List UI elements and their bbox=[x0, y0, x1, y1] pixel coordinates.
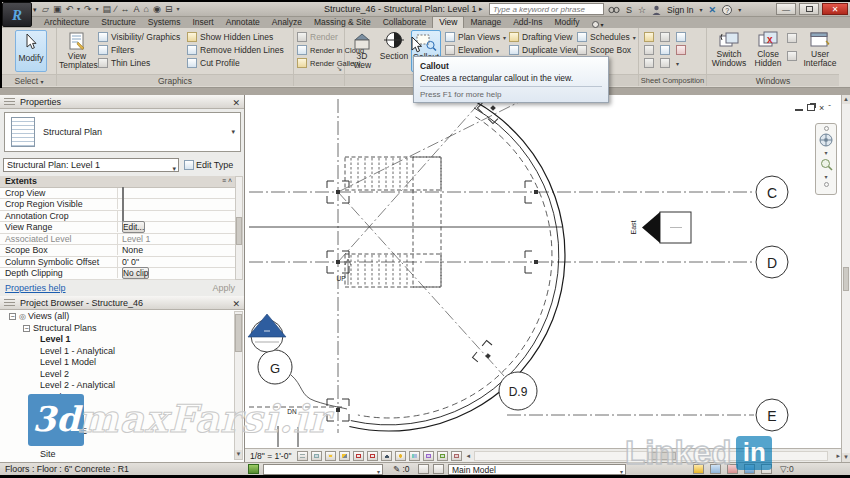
properties-scrollbar[interactable] bbox=[235, 176, 243, 280]
reveal-hidden-icon[interactable] bbox=[395, 451, 406, 461]
view-range-edit-button[interactable]: Edit... bbox=[122, 221, 145, 233]
editing-requests[interactable]: ✎ :0 bbox=[393, 464, 410, 474]
worksets-icon[interactable] bbox=[248, 464, 259, 474]
save-icon[interactable]: ▣ bbox=[53, 3, 62, 16]
tab-view[interactable]: View bbox=[432, 16, 464, 28]
minimize-button[interactable]: — bbox=[776, 3, 796, 15]
visibility-graphics-button[interactable]: Visibility/ Graphics bbox=[98, 31, 180, 43]
qat-customize-icon[interactable]: ▾ bbox=[176, 3, 179, 16]
tab-manage[interactable]: Manage bbox=[464, 17, 507, 28]
cut-profile-button[interactable]: Cut Profile bbox=[187, 57, 240, 69]
new-sheet-icon[interactable] bbox=[644, 32, 654, 42]
redo-icon[interactable]: ↷ bbox=[84, 3, 92, 16]
zoom-icon[interactable] bbox=[820, 158, 833, 171]
view-close-icon[interactable]: × bbox=[819, 104, 824, 112]
wheel-caret-icon[interactable]: ▾ bbox=[824, 149, 827, 156]
tree-item-structural-plans[interactable]: − Structural Plans bbox=[0, 323, 232, 335]
detail-level-icon[interactable] bbox=[297, 451, 308, 461]
tab-architecture[interactable]: Architecture bbox=[38, 17, 95, 28]
edit-type-button[interactable]: Edit Type bbox=[184, 158, 241, 172]
app-menu-caret-icon[interactable]: ▾ bbox=[33, 6, 37, 14]
visual-style-icon[interactable] bbox=[311, 451, 322, 461]
revisions-icon[interactable] bbox=[676, 32, 686, 42]
crop-view-icon[interactable] bbox=[353, 451, 364, 461]
tab-annotate[interactable]: Annotate bbox=[220, 17, 266, 28]
redo-caret-icon[interactable]: ▾ bbox=[96, 3, 99, 16]
vertical-scrollbar[interactable]: ▲ ▼ bbox=[841, 95, 850, 462]
hscroll-right-icon[interactable]: ▸ bbox=[836, 452, 840, 460]
steering-wheel-icon[interactable] bbox=[819, 133, 833, 147]
temporary-view-properties-icon[interactable] bbox=[423, 451, 434, 461]
design-options-icon[interactable] bbox=[418, 464, 429, 474]
grid-bubbles[interactable]: C D E G D.9 bbox=[258, 176, 788, 431]
design-option-select[interactable]: Main Model ▾ bbox=[448, 464, 626, 475]
tab-addins[interactable]: Add-Ins bbox=[507, 17, 548, 28]
modify-button[interactable]: Modify bbox=[15, 30, 47, 72]
undo-caret-icon[interactable]: ▾ bbox=[77, 3, 80, 16]
duplicate-view-button[interactable]: Duplicate View bbox=[509, 44, 578, 56]
properties-close-icon[interactable]: ✕ bbox=[232, 96, 240, 110]
sign-in-caret-icon[interactable]: ▾ bbox=[700, 6, 703, 13]
structural-plan-drawing[interactable]: UP DN C D E G bbox=[245, 95, 841, 448]
tab-modify[interactable]: Modify bbox=[548, 17, 585, 28]
grid-bubble-d9[interactable]: D.9 bbox=[509, 385, 528, 399]
temporary-hide-isolate-icon[interactable] bbox=[381, 451, 392, 461]
title-block-icon[interactable] bbox=[660, 32, 670, 42]
browser-grip-icon[interactable] bbox=[4, 299, 15, 307]
crop-region-visible-checkbox[interactable] bbox=[122, 198, 124, 210]
section-icon[interactable]: ⊟ bbox=[165, 3, 173, 16]
3d-view-button[interactable]: 3D View bbox=[347, 30, 377, 70]
user-interface-button[interactable]: User Interface bbox=[803, 30, 837, 68]
grid-bubble-d[interactable]: D bbox=[767, 255, 777, 271]
close-hidden-button[interactable]: x Close Hidden bbox=[751, 30, 785, 68]
tree-item-level-2[interactable]: Level 2 bbox=[0, 369, 232, 381]
selected-elevation-marker[interactable] bbox=[248, 314, 286, 352]
subscription-icon[interactable]: S bbox=[626, 5, 632, 15]
tree-item-level-2-analytical[interactable]: Level 2 - Analytical bbox=[0, 380, 232, 392]
browser-scrollbar-thumb[interactable] bbox=[235, 314, 242, 352]
columns[interactable] bbox=[327, 99, 538, 421]
exchange-apps-icon[interactable]: ✕ bbox=[709, 5, 717, 15]
view-minimize-icon[interactable] bbox=[795, 104, 803, 111]
east-elevation-marker[interactable]: East bbox=[630, 212, 691, 243]
drawing-area[interactable]: UP DN C D E G bbox=[245, 95, 841, 462]
annotation-crop-checkbox[interactable] bbox=[122, 210, 124, 222]
vscroll-down-icon[interactable]: ▼ bbox=[842, 453, 850, 462]
tab-collaborate[interactable]: Collaborate bbox=[377, 17, 432, 28]
cascade-windows-button[interactable] bbox=[787, 32, 797, 44]
instance-selector[interactable]: Structural Plan: Level 1 ▾ bbox=[3, 158, 179, 172]
help-icon[interactable]: ? bbox=[722, 5, 732, 15]
tree-item-level-1[interactable]: Level 1 bbox=[0, 334, 232, 346]
guide-grid-icon[interactable] bbox=[644, 45, 654, 55]
filter-icon[interactable]: ▽:0 bbox=[780, 464, 794, 474]
active-workset-select[interactable]: ▾ bbox=[263, 464, 383, 475]
scale-button[interactable]: 1/8" = 1'-0" bbox=[250, 451, 291, 461]
column-symbolic-offset-value[interactable]: 0' 0" bbox=[118, 257, 236, 267]
zoom-caret-icon[interactable]: ▾ bbox=[824, 173, 827, 180]
revit-app-menu-button[interactable]: R bbox=[2, 2, 32, 27]
collapse-icon[interactable]: ˆ bbox=[828, 103, 831, 112]
restore-button[interactable] bbox=[799, 3, 819, 15]
tree-item-level-1-model[interactable]: Level 1 Model bbox=[0, 357, 232, 369]
tree-item-views-all[interactable]: − ◎ Views (all) bbox=[0, 311, 232, 323]
filters-button[interactable]: Filters bbox=[98, 44, 134, 56]
select-panel-label[interactable]: Select ▾ bbox=[2, 74, 56, 86]
show-hidden-lines-button[interactable]: Show Hidden Lines bbox=[187, 31, 273, 43]
switch-windows-button[interactable]: Switch Windows bbox=[710, 30, 748, 68]
thin-lines-button[interactable]: Thin Lines bbox=[98, 57, 150, 69]
text-icon[interactable]: A bbox=[134, 3, 140, 16]
grid-bubble-g[interactable]: G bbox=[270, 361, 280, 376]
tab-massing-site[interactable]: Massing & Site bbox=[308, 17, 377, 28]
matchline-icon[interactable] bbox=[660, 45, 670, 55]
apply-button[interactable]: Apply bbox=[212, 283, 235, 293]
analytical-model-icon[interactable] bbox=[437, 451, 448, 461]
view-restore-icon[interactable] bbox=[807, 104, 815, 111]
sun-path-icon[interactable] bbox=[325, 451, 336, 461]
dimension-icon[interactable]: ↔ bbox=[121, 3, 130, 16]
3d-home-icon[interactable]: ⌂ bbox=[144, 3, 149, 16]
open-icon[interactable]: ▱ bbox=[42, 3, 49, 16]
measure-icon[interactable]: ∕ bbox=[115, 3, 117, 16]
hscroll-left-icon[interactable]: ◂ bbox=[466, 452, 470, 460]
depth-clipping-button[interactable]: No clip bbox=[122, 267, 149, 279]
section-collapse-icon[interactable]: ≡ ˄ bbox=[222, 177, 232, 184]
